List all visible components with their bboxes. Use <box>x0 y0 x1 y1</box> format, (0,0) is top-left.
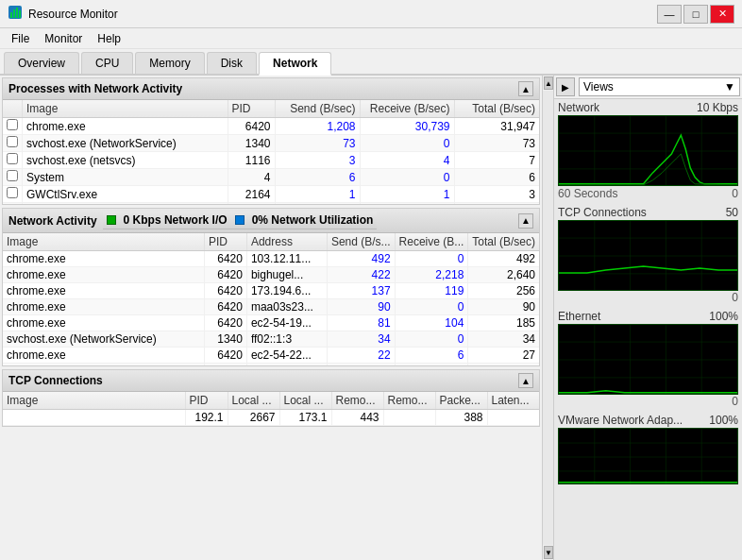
minimize-button[interactable]: — <box>657 5 682 24</box>
proc-pid: 7752 <box>228 203 275 205</box>
tcp-collapse-btn[interactable]: ▲ <box>518 373 533 388</box>
proc-send: 1,208 <box>275 118 360 135</box>
network-activity-header: Network Activity 0 Kbps Network I/O 0% N… <box>3 209 539 233</box>
row-checkbox[interactable] <box>3 203 23 205</box>
network-chart-label: Network 10 Kbps <box>558 101 738 114</box>
na-col-pid[interactable]: PID <box>204 233 246 251</box>
table-row: 192.1 2667 173.1 443 388 <box>3 410 539 426</box>
tcp-col-remo1[interactable]: Remo... <box>331 392 383 410</box>
na-receive: 0 <box>395 331 468 348</box>
na-col-image[interactable]: Image <box>3 233 204 251</box>
tcp-chart-value: 50 <box>726 206 738 219</box>
green-dot-icon <box>107 215 116 225</box>
network-util-label: 0% Network Utilization <box>252 213 374 227</box>
na-total: 492 <box>468 251 539 267</box>
menu-file[interactable]: File <box>4 30 37 47</box>
na-send: 34 <box>327 331 395 348</box>
na-total: 34 <box>468 331 539 348</box>
tcp-chart-svg <box>559 221 737 291</box>
na-col-total[interactable]: Total (B/sec) <box>468 233 539 251</box>
col-send[interactable]: Send (B/sec) <box>275 100 360 118</box>
scroll-up-btn[interactable]: ▲ <box>544 76 553 90</box>
row-checkbox[interactable] <box>3 118 23 135</box>
col-pid[interactable]: PID <box>228 100 275 118</box>
ethernet-bottom-val: 0 <box>558 395 738 408</box>
na-total: 2,640 <box>468 267 539 283</box>
proc-receive: 30,739 <box>360 118 454 135</box>
col-image[interactable]: Image <box>23 100 228 118</box>
right-toolbar-nav-btn[interactable]: ▶ <box>556 77 575 96</box>
tcp-col-remo2[interactable]: Remo... <box>383 392 435 410</box>
tab-disk[interactable]: Disk <box>207 52 257 74</box>
na-image: chrome.exe <box>3 348 204 364</box>
network-activity-collapse-btn[interactable]: ▲ <box>518 213 533 229</box>
na-pid: 6420 <box>204 283 246 299</box>
na-col-send[interactable]: Send (B/s... <box>327 233 395 251</box>
tcp-image <box>3 410 185 426</box>
processes-header: Processes with Network Activity ▲ <box>3 78 539 100</box>
col-receive[interactable]: Receive (B/sec) <box>360 100 454 118</box>
proc-pid: 1116 <box>228 152 275 169</box>
tcp-header: TCP Connections ▲ <box>3 370 539 392</box>
proc-image: System <box>23 169 228 186</box>
row-checkbox[interactable] <box>3 186 23 203</box>
tab-memory[interactable]: Memory <box>135 52 204 74</box>
tcp-col-local1[interactable]: Local ... <box>228 392 279 410</box>
left-scrollbar[interactable]: ▲ ▼ <box>542 76 553 560</box>
table-row: chrome.exe 6420 173.194.6... 137 119 256 <box>3 283 539 299</box>
menubar: File Monitor Help <box>0 28 742 49</box>
menu-monitor[interactable]: Monitor <box>37 30 90 47</box>
right-toolbar: ▶ Views ▼ <box>554 76 742 99</box>
tcp-scroll[interactable]: Image PID Local ... Local ... Remo... Re… <box>3 392 539 426</box>
menu-help[interactable]: Help <box>90 30 128 47</box>
vmware-chart-value: 100% <box>709 414 738 427</box>
vmware-chart-svg <box>559 429 737 484</box>
svg-rect-3 <box>16 8 18 18</box>
svg-rect-4 <box>19 10 21 18</box>
na-send: 22 <box>327 348 395 364</box>
vmware-chart-label: VMware Network Adap... 100% <box>558 414 738 427</box>
tcp-bottom-val: 0 <box>558 291 738 304</box>
tcp-table: Image PID Local ... Local ... Remo... Re… <box>3 392 539 426</box>
col-total[interactable]: Total (B/sec) <box>454 100 539 118</box>
proc-pid: 4 <box>228 169 275 186</box>
tcp-col-image[interactable]: Image <box>3 392 185 410</box>
vmware-chart-section: VMware Network Adap... 100% <box>554 412 742 488</box>
table-row: chrome.exe 6420 maa03s23... 90 0 90 <box>3 299 539 315</box>
tcp-col-pid[interactable]: PID <box>185 392 228 410</box>
tcp-col-local2[interactable]: Local ... <box>279 392 331 410</box>
proc-send: 1 <box>275 186 360 203</box>
network-time-label: 60 Seconds <box>558 187 617 200</box>
proc-receive: 4 <box>360 152 454 169</box>
scroll-down-btn[interactable]: ▼ <box>544 546 553 559</box>
row-checkbox[interactable] <box>3 169 23 186</box>
processes-scroll[interactable]: Image PID Send (B/sec) Receive (B/sec) T… <box>3 100 539 204</box>
tab-network[interactable]: Network <box>259 52 331 76</box>
na-col-receive[interactable]: Receive (B... <box>395 233 468 251</box>
network-io-label: 0 Kbps Network I/O <box>124 213 228 227</box>
tcp-col-packe[interactable]: Packe... <box>435 392 487 410</box>
row-checkbox[interactable] <box>3 135 23 152</box>
na-send: 492 <box>327 251 395 267</box>
na-address: 224.0.0.252 <box>246 364 327 366</box>
na-col-address[interactable]: Address <box>246 233 327 251</box>
app-title: Resource Monitor <box>28 8 657 21</box>
views-dropdown[interactable]: Views ▼ <box>579 77 740 96</box>
tcp-col-laten[interactable]: Laten... <box>487 392 539 410</box>
tcp-pid: 192.1 <box>185 410 228 426</box>
na-image: chrome.exe <box>3 251 204 267</box>
processes-collapse-btn[interactable]: ▲ <box>518 81 533 96</box>
row-checkbox[interactable] <box>3 152 23 169</box>
na-receive: 104 <box>395 315 468 331</box>
tab-cpu[interactable]: CPU <box>81 52 133 74</box>
na-image: System <box>3 364 204 366</box>
table-row: GWCtlSrv.exe 2164 1 1 3 <box>3 186 539 203</box>
tab-overview[interactable]: Overview <box>4 52 79 74</box>
tcp-chart-label: TCP Connections 50 <box>558 206 738 219</box>
proc-receive: 1 <box>360 186 454 203</box>
processes-table: Image PID Send (B/sec) Receive (B/sec) T… <box>3 100 539 204</box>
network-activity-scroll[interactable]: Image PID Address Send (B/s... Receive (… <box>3 233 539 365</box>
svg-rect-2 <box>13 9 15 18</box>
close-button[interactable]: ✕ <box>710 5 734 24</box>
maximize-button[interactable]: □ <box>683 5 708 24</box>
